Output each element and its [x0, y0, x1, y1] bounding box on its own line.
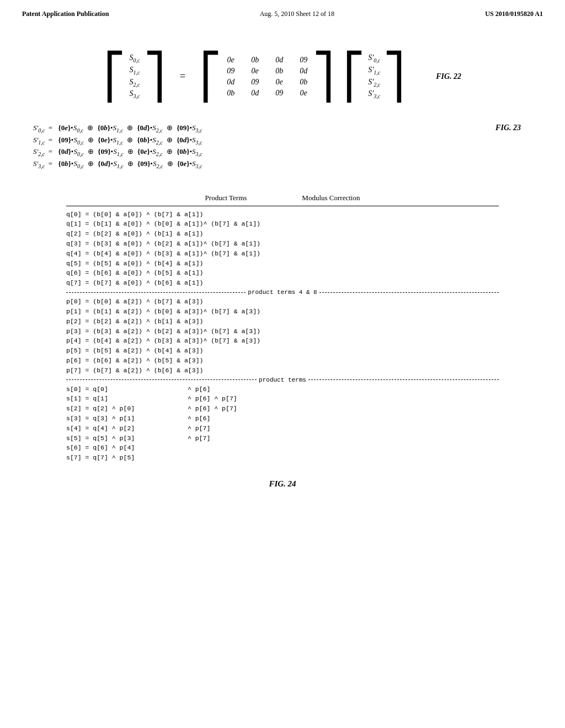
matrix-row: S'1,c [367, 66, 381, 76]
header-left: Patent Application Publication [22, 10, 109, 18]
fig22-section: ⎡ S0,c S1,c S2,c S3,c [33, 51, 532, 101]
lhs-matrix: ⎡ S0,c S1,c S2,c S3,c [104, 51, 166, 101]
s-row-3: s[3] = q[3] ^ p[1] ^ p[6] [33, 414, 532, 424]
divider1-label: product terms 4 & 8 [246, 289, 319, 296]
q-row-0: q[0] = (b[0] & a[0]) ^ (b[7] & a[1]) [33, 210, 532, 220]
s-rows-section: s[0] = q[0] ^ p[6] s[1] = q[1] ^ p[6] ^ … [33, 384, 532, 463]
fig23-section: S'0,c = {0e}•S0,c ⊕ {0b}•S1,c ⊕ {0d}•S2,… [33, 124, 532, 171]
p-row-7: p[7] = (b[7] & a[2]) ^ (b[6] & a[3]) [33, 366, 532, 376]
q-row-3: q[3] = (b[3] & a[0]) ^ (b[2] & a[1]) ^ (… [33, 239, 532, 249]
header-center: Aug. 5, 2010 Sheet 12 of 18 [260, 10, 334, 18]
equation-4: S'3,c = {0b}•S0,c ⊕ {0d}•S1,c ⊕ {09}•S2,… [33, 159, 451, 169]
matrix-row: 0b 0d 09 0e [224, 89, 310, 98]
col1-header: Product Terms [205, 194, 247, 202]
bracket-left-2: ⎡ [200, 55, 222, 99]
matrix-row: S3,c [128, 89, 141, 99]
equation-3: S'2,c = {0d}•S0,c ⊕ {09}•S1,c ⊕ {0e}•S2,… [33, 147, 451, 157]
s-row-4: s[4] = q[4] ^ p[2] ^ p[7] [33, 424, 532, 433]
q-row-5: q[5] = (b[5] & a[0]) ^ (b[4] & a[1]) [33, 259, 532, 269]
bracket-left-1: ⎡ [104, 55, 126, 99]
fig24-label: FIG. 24 [33, 479, 532, 489]
s-row-5: s[5] = q[5] ^ p[3] ^ p[7] [33, 433, 532, 443]
fig24-table-header: Product Terms Modulus Correction [33, 194, 532, 202]
fig22-matrix-equation: ⎡ S0,c S1,c S2,c S3,c [104, 51, 461, 101]
page-header: Patent Application Publication Aug. 5, 2… [0, 0, 565, 24]
q-row-1: q[1] = (b[1] & a[0]) ^ (b[0] & a[1]) ^ (… [33, 219, 532, 229]
s-row-7: s[7] = q[7] ^ p[5] [33, 453, 532, 463]
p-row-5: p[5] = (b[5] & a[2]) ^ (b[4] & a[3]) [33, 346, 532, 356]
divider2-label: product terms [257, 377, 308, 383]
p-row-4: p[4] = (b[4] & a[2]) ^ (b[3] & a[3]) ^ (… [33, 336, 532, 346]
fig23-label: FIG. 23 [495, 124, 521, 132]
matrix-row: S0,c [128, 53, 141, 63]
equation-1: S'0,c = {0e}•S0,c ⊕ {0b}•S1,c ⊕ {0d}•S2,… [33, 124, 451, 133]
p-rows-section: p[0] = (b[0] & a[2]) ^ (b[7] & a[3]) p[1… [33, 297, 532, 376]
bracket-right-1: ⎤ [143, 55, 166, 99]
rhs-matrix: ⎡ S'0,c S'1,c S'2,c S'3,c [343, 51, 405, 101]
q-rows-section: q[0] = (b[0] & a[0]) ^ (b[7] & a[1]) q[1… [33, 210, 532, 288]
fig22-label: FIG. 22 [436, 72, 461, 81]
p-row-0: p[0] = (b[0] & a[2]) ^ (b[7] & a[3]) [33, 297, 532, 307]
divider1: product terms 4 & 8 [33, 289, 532, 296]
s-row-2: s[2] = q[2] ^ p[0] ^ p[6] ^ p[7] [33, 404, 532, 414]
matrix-row: S1,c [128, 66, 141, 76]
p-row-6: p[6] = (b[6] & a[2]) ^ (b[5] & a[3]) [33, 356, 532, 366]
fig24-section: Product Terms Modulus Correction q[0] = … [33, 194, 532, 463]
s-row-0: s[0] = q[0] ^ p[6] [33, 384, 532, 394]
header-right: US 2010/0195820 A1 [485, 10, 543, 18]
q-row-4: q[4] = (b[4] & a[0]) ^ (b[3] & a[1]) ^ (… [33, 249, 532, 259]
p-row-3: p[3] = (b[3] & a[2]) ^ (b[2] & a[3]) ^ (… [33, 326, 532, 336]
matrix-row: S2,c [128, 78, 141, 88]
equation-2: S'1,c = {09}•S0,c ⊕ {0e}•S1,c ⊕ {0b}•S2,… [33, 136, 451, 146]
mid-matrix: ⎡ 0e 0b 0d 09 09 0e 0b 0d [200, 53, 334, 100]
col2-header: Modulus Correction [302, 194, 360, 202]
q-row-2: q[2] = (b[2] & a[0]) ^ (b[1] & a[1]) [33, 229, 532, 239]
bracket-right-2: ⎤ [312, 55, 334, 99]
matrix-row: 09 0e 0b 0d [224, 67, 310, 76]
matrix-row: 0e 0b 0d 09 [224, 56, 310, 65]
equals-sign-1: = [180, 71, 185, 82]
bracket-right-3: ⎤ [383, 55, 405, 99]
q-row-6: q[6] = (b[6] & a[0]) ^ (b[5] & a[1]) [33, 268, 532, 278]
divider2: product terms [33, 377, 532, 383]
s-row-6: s[6] = q[6] ^ p[4] [33, 443, 532, 453]
matrix-row: S'3,c [367, 89, 381, 99]
q-row-7: q[7] = (b[7] & a[0]) ^ (b[6] & a[1]) [33, 278, 532, 288]
matrix-row: 0d 09 0e 0b [224, 78, 310, 87]
matrix-row: S'2,c [367, 78, 381, 88]
p-row-2: p[2] = (b[2] & a[2]) ^ (b[1] & a[3]) [33, 317, 532, 326]
fig23-equations: S'0,c = {0e}•S0,c ⊕ {0b}•S1,c ⊕ {0d}•S2,… [33, 124, 451, 171]
page-content: ⎡ S0,c S1,c S2,c S3,c [0, 24, 565, 500]
p-row-1: p[1] = (b[1] & a[2]) ^ (b[0] & a[3]) ^ (… [33, 307, 532, 317]
bracket-left-3: ⎡ [343, 55, 365, 99]
table-top-divider [66, 206, 499, 206]
s-row-1: s[1] = q[1] ^ p[6] ^ p[7] [33, 394, 532, 404]
matrix-row: S'0,c [367, 53, 381, 63]
